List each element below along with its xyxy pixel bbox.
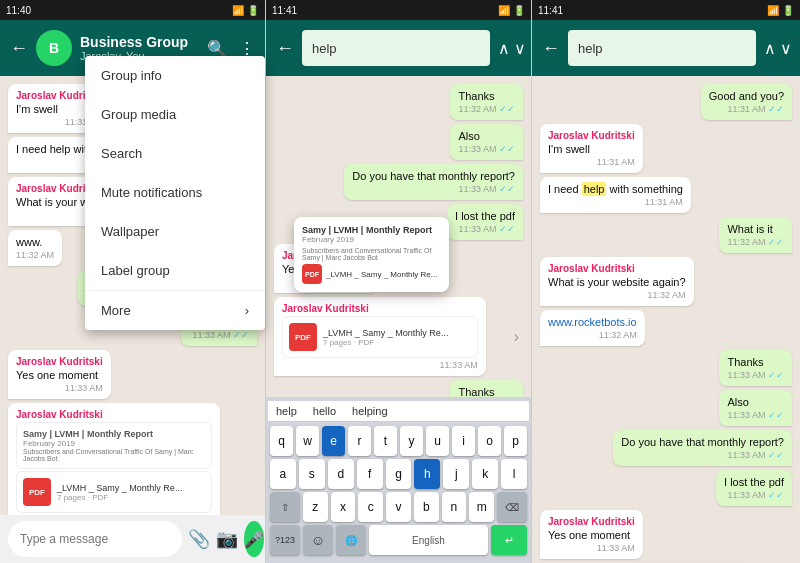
key-num[interactable]: ?123 [270,525,300,555]
msg2-time-s4: 11:33 AM ✓✓ [455,224,515,234]
more-icon-1[interactable]: ⋮ [239,39,255,58]
key-g[interactable]: g [386,459,412,489]
pdf-popup-title: Samy | LVMH | Monthly Report [302,225,441,235]
dropdown-group-info[interactable]: Group info [85,56,265,95]
key-r[interactable]: r [348,426,371,456]
msg3-sender-3: Jaroslav Kudritski [548,263,686,274]
keyboard-2: help hello helping q w e r t y u i o p a… [266,397,531,563]
input-bar-1: 📎 📷 🎤 [0,515,265,563]
attach-icon-1[interactable]: 📎 [188,528,210,550]
search-input-3[interactable] [578,41,746,56]
key-b[interactable]: b [414,492,439,522]
key-i[interactable]: i [452,426,475,456]
mic-button-1[interactable]: 🎤 [244,521,264,557]
msg2-text-s5: Thanks [458,386,515,397]
msg2-time-pdf: 11:33 AM [282,360,478,370]
key-row-4: ?123 ☺ 🌐 English ↵ [270,525,527,555]
status-bar-3: 11:41 📶 🔋 [532,0,800,20]
key-n[interactable]: n [442,492,467,522]
pdf-title-1: Samy | LVMH | Monthly Report [23,429,205,439]
search-icon-1[interactable]: 🔍 [207,39,227,58]
search-bar-2 [302,30,490,66]
dropdown-label[interactable]: Label group [85,251,265,290]
key-shift[interactable]: ⇧ [270,492,300,522]
msg3-received-2: I need help with something 11:31 AM [540,177,691,213]
back-btn-2[interactable]: ← [276,38,294,59]
msg3-text-s1: Good and you? [709,90,784,102]
key-u[interactable]: u [426,426,449,456]
key-m[interactable]: m [469,492,494,522]
msg2-text-s1: Thanks [458,90,515,102]
msg2-pdf-pages: 7 pages · PDF [323,338,448,347]
dropdown-search[interactable]: Search [85,134,265,173]
key-d[interactable]: d [328,459,354,489]
key-space[interactable]: English [369,525,488,555]
msg2-pdf-1: Jaroslav Kudritski PDF _LVMH _ Samy _ Mo… [274,297,486,376]
key-v[interactable]: v [386,492,411,522]
key-backspace[interactable]: ⌫ [497,492,527,522]
key-k[interactable]: k [472,459,498,489]
msg3-time-s3: 11:33 AM ✓✓ [727,370,784,380]
back-btn-3[interactable]: ← [542,38,560,59]
key-h[interactable]: h [414,459,440,489]
key-q[interactable]: q [270,426,293,456]
status-icons-3: 📶 🔋 [767,5,794,16]
arrow-up-icon-3[interactable]: ∧ [764,39,776,58]
key-w[interactable]: w [296,426,319,456]
key-p[interactable]: p [504,426,527,456]
key-c[interactable]: c [358,492,383,522]
msg3-text-s3: Thanks [727,356,784,368]
arrow-down-icon-2[interactable]: ∨ [514,39,526,58]
key-a[interactable]: a [270,459,296,489]
msg2-sent-3: Do you have that monthly report? 11:33 A… [344,164,523,200]
msg3-sent-2: What is it 11:32 AM ✓✓ [719,217,792,253]
dropdown-group-media[interactable]: Group media [85,95,265,134]
pdf-popup-2[interactable]: Samy | LVMH | Monthly Report February 20… [294,217,449,292]
msg3-text-r2: I need help with something [548,183,683,195]
msg3-received-3: Jaroslav Kudritski What is your website … [540,257,694,306]
msg3-received-5: Jaroslav Kudritski Yes one moment 11:33 … [540,510,643,559]
key-z[interactable]: z [303,492,328,522]
suggestion-2[interactable]: hello [313,405,336,417]
key-f[interactable]: f [357,459,383,489]
pdf-attachment-1[interactable]: Samy | LVMH | Monthly Report February 20… [16,422,212,469]
msg2-sent-4: I lost the pdf 11:33 AM ✓✓ [447,204,523,240]
suggestion-1[interactable]: help [276,405,297,417]
search-input-2[interactable] [312,41,480,56]
msg3-text-r4: www.rocketbots.io [548,316,637,328]
panel-3: 11:41 📶 🔋 ← ∧ ∨ Good and you? 11:31 AM ✓… [532,0,800,563]
key-e[interactable]: e [322,426,345,456]
dropdown-wallpaper[interactable]: Wallpaper [85,212,265,251]
key-l[interactable]: l [501,459,527,489]
arrow-up-icon-2[interactable]: ∧ [498,39,510,58]
forward-icon-2[interactable]: › [514,328,519,346]
pdf-file-1[interactable]: PDF _LVMH _ Samy _ Monthly Re... 7 pages… [16,471,212,513]
key-enter[interactable]: ↵ [491,525,527,555]
msg3-text-s4: Also [727,396,784,408]
msg2-pdf-icon: PDF [289,323,317,351]
msg-time-s2: 11:33 AM ✓✓ [189,330,249,340]
key-globe[interactable]: 🌐 [336,525,366,555]
msg2-time-s3: 11:33 AM ✓✓ [352,184,515,194]
message-input-1[interactable] [8,521,182,557]
arrow-down-icon-3[interactable]: ∨ [780,39,792,58]
key-y[interactable]: y [400,426,423,456]
key-x[interactable]: x [331,492,356,522]
back-button-1[interactable]: ← [10,38,28,59]
key-o[interactable]: o [478,426,501,456]
msg3-sent-3: Thanks 11:33 AM ✓✓ [719,350,792,386]
camera-icon-1[interactable]: 📷 [216,528,238,550]
status-icons-2: 📶 🔋 [498,5,525,16]
key-emoji[interactable]: ☺ [303,525,333,555]
msg-text-5: Yes one moment [16,369,103,381]
dropdown-more[interactable]: More › [85,291,265,330]
dropdown-mute[interactable]: Mute notifications [85,173,265,212]
msg3-time-s6: 11:33 AM ✓✓ [724,490,784,500]
key-j[interactable]: j [443,459,469,489]
msg2-pdf-file[interactable]: PDF _LVMH _ Samy _ Monthly Re... 7 pages… [282,316,478,358]
suggestion-3[interactable]: helping [352,405,387,417]
panel-1: 11:40 📶 🔋 ← B Business Group Jaroslav, Y… [0,0,266,563]
key-s[interactable]: s [299,459,325,489]
key-t[interactable]: t [374,426,397,456]
msg2-sent-2: Also 11:33 AM ✓✓ [450,124,523,160]
